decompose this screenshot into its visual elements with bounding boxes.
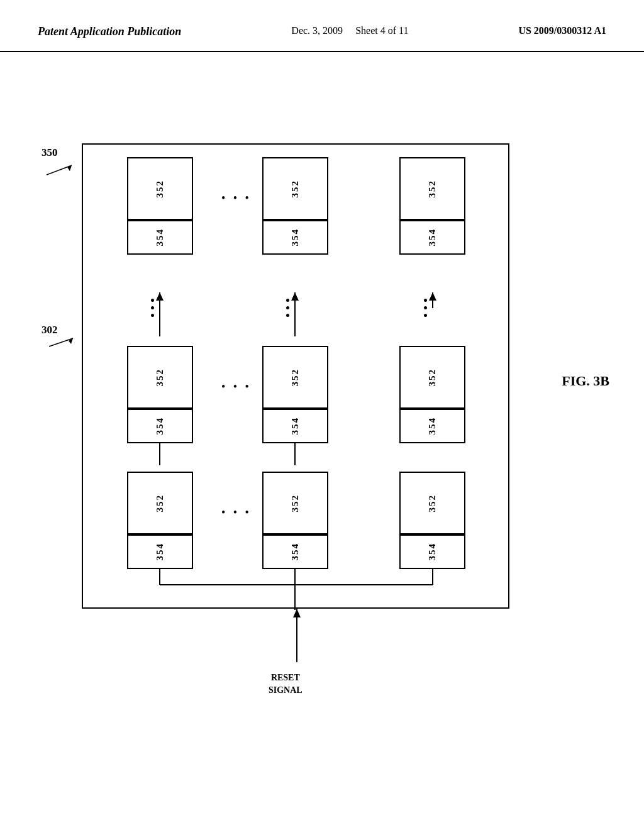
publication-title: Patent Application Publication	[38, 25, 181, 38]
box-352-label-r2c1: 352	[155, 368, 165, 387]
box-352-label-r2c3: 352	[427, 368, 438, 387]
figure-label: FIG. 3B	[562, 373, 609, 389]
box-352-label-r2c2: 352	[290, 368, 301, 387]
box-352-label-r3c2: 352	[290, 494, 301, 512]
vdots-col3	[424, 299, 427, 317]
row3-col2-group: 352 354	[262, 472, 328, 569]
arrow-350	[47, 159, 84, 180]
row1-col3-group: 352 354	[399, 157, 465, 255]
box-354-r3c2: 354	[262, 534, 328, 569]
box-354-r1c3: 354	[399, 220, 465, 255]
box-354-label-r2c1: 354	[155, 417, 165, 435]
box-354-label-r3c1: 354	[155, 543, 165, 561]
row3-col1-group: 352 354	[127, 472, 193, 569]
page-header: Patent Application Publication Dec. 3, 2…	[0, 0, 644, 52]
row2-hdots: • • •	[221, 380, 252, 394]
label-302: 302	[42, 324, 58, 336]
box-354-r2c2: 354	[262, 409, 328, 443]
row3-hdots: • • •	[221, 506, 252, 519]
svg-marker-32	[293, 609, 301, 617]
svg-line-2	[49, 338, 73, 346]
reset-signal-label: RESET SIGNAL	[269, 672, 303, 696]
box-352-r3c3: 352	[399, 472, 465, 534]
box-352-r1c1: 352	[127, 157, 193, 220]
header-date-sheet: Dec. 3, 2009 Sheet 4 of 11	[291, 25, 408, 36]
box-354-label-r1c2: 354	[290, 228, 301, 246]
box-352-r2c3: 352	[399, 346, 465, 409]
row2-col1-group: 352 354	[127, 346, 193, 443]
box-352-label-r3c3: 352	[427, 494, 438, 512]
box-352-label-r1c2: 352	[290, 180, 301, 198]
svg-line-0	[47, 165, 72, 175]
svg-marker-9	[429, 292, 436, 301]
publication-date: Dec. 3, 2009	[291, 25, 343, 36]
row1-col2-group: 352 354	[262, 157, 328, 255]
box-354-r3c1: 354	[127, 534, 193, 569]
box-354-label-r1c1: 354	[155, 228, 165, 246]
box-352-r1c2: 352	[262, 157, 328, 220]
box-354-r2c3: 354	[399, 409, 465, 443]
svg-marker-5	[156, 292, 164, 301]
patent-number: US 2009/0300312 A1	[518, 25, 606, 36]
row1-hdots: • • •	[221, 192, 252, 205]
row3-col3-group: 352 354	[399, 472, 465, 569]
box-352-r2c1: 352	[127, 346, 193, 409]
box-354-r3c3: 354	[399, 534, 465, 569]
row2-col2-group: 352 354	[262, 346, 328, 443]
outer-diagram-box: 352 354 • • • 352 354 352 354	[82, 143, 509, 609]
box-352-label-r3c1: 352	[155, 494, 165, 512]
box-354-label-r3c3: 354	[427, 543, 438, 561]
box-352-r3c2: 352	[262, 472, 328, 534]
box-354-label-r2c2: 354	[290, 417, 301, 435]
box-354-label-r2c3: 354	[427, 417, 438, 435]
reset-arrow	[292, 609, 302, 674]
vdots-col2	[286, 299, 289, 317]
box-352-label-r1c1: 352	[155, 180, 165, 198]
main-content: 350 302 MEMORY BLOCK	[0, 52, 644, 813]
box-352-r1c3: 352	[399, 157, 465, 220]
box-352-r2c2: 352	[262, 346, 328, 409]
box-352-label-r1c3: 352	[427, 180, 438, 198]
svg-marker-7	[291, 292, 299, 301]
row2-col3-group: 352 354	[399, 346, 465, 443]
row1-col1-group: 352 354	[127, 157, 193, 255]
box-354-label-r3c2: 354	[290, 543, 301, 561]
vdots-col1	[151, 299, 154, 317]
box-354-r2c1: 354	[127, 409, 193, 443]
sheet-info: Sheet 4 of 11	[355, 25, 408, 36]
label-350: 350	[42, 147, 58, 159]
box-354-r1c2: 354	[262, 220, 328, 255]
arrow-302	[49, 335, 84, 351]
box-354-r1c1: 354	[127, 220, 193, 255]
box-354-label-r1c3: 354	[427, 228, 438, 246]
box-352-r3c1: 352	[127, 472, 193, 534]
